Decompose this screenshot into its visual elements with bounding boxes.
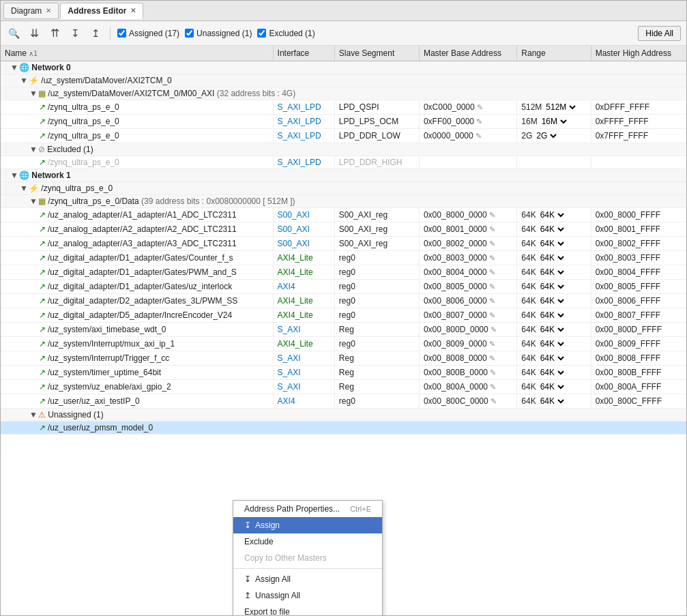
table-row[interactable]: ↗/uz_digital_adapter/D1_adapter/Gates/Co…	[1, 251, 686, 265]
edit-base-icon[interactable]: ✎	[489, 239, 495, 248]
context-menu-item-export-to-file[interactable]: Export to file	[233, 604, 382, 615]
table-row[interactable]: ↗/uz_digital_adapter/D1_adapter/Gates/uz…	[1, 280, 686, 294]
range-select[interactable]: 64K	[538, 238, 566, 249]
range-select[interactable]: 64K	[538, 209, 566, 220]
table-row[interactable]: ▼ ▦/uz_system/DataMover/AXI2TCM_0/M00_AX…	[1, 87, 686, 100]
range-select[interactable]: 64K	[538, 381, 566, 392]
range-select[interactable]: 64K	[538, 224, 566, 235]
assigned-checkbox[interactable]	[117, 29, 126, 38]
table-row[interactable]: ↗/uz_system/Interrupt/Trigger_f_ccS_AXIR…	[1, 351, 686, 366]
table-row[interactable]: ▼ 🌐Network 0	[1, 61, 686, 74]
edit-base-icon[interactable]: ✎	[491, 325, 497, 334]
range-select[interactable]: 64K	[538, 353, 566, 364]
table-row[interactable]: ↗/uz_analog_adapter/A3_adapter/A3_ADC_LT…	[1, 237, 686, 251]
range-select[interactable]: 64K	[538, 324, 566, 335]
table-row[interactable]: ▼ ⚡/uz_system/DataMover/AXI2TCM_0	[1, 74, 686, 87]
edit-base-icon[interactable]: ✎	[491, 397, 497, 405]
table-row[interactable]: ↗/uz_user/uz_axi_testIP_0AXI4reg00x00_80…	[1, 394, 686, 409]
range-value: 64K	[521, 339, 536, 349]
tab-diagram[interactable]: Diagram ✕	[3, 3, 59, 19]
expand-all-button[interactable]: ⇊	[27, 26, 42, 41]
range-select[interactable]: 2G	[533, 130, 559, 141]
range-select[interactable]: 512M	[543, 102, 578, 113]
segment-value: Reg	[339, 382, 354, 392]
edit-base-icon[interactable]: ✎	[489, 282, 495, 291]
context-menu-item-assign[interactable]: ↧Assign	[233, 517, 382, 533]
tab-diagram-close[interactable]: ✕	[46, 7, 51, 14]
range-select[interactable]: 64K	[538, 396, 566, 407]
range-select[interactable]: 64K	[538, 367, 566, 378]
assigned-filter[interactable]: Assigned (17)	[117, 29, 179, 38]
table-row[interactable]: ↗/uz_user/uz_pmsm_model_0	[1, 422, 686, 435]
context-menu-item-unassign-all[interactable]: ↥Unassign All	[233, 587, 382, 604]
table-row[interactable]: ↗/uz_system/axi_timebase_wdt_0S_AXIReg0x…	[1, 323, 686, 337]
range-select[interactable]: 64K	[538, 338, 566, 349]
range-select[interactable]: 16M	[539, 116, 569, 127]
table-row[interactable]: ↗/uz_digital_adapter/D1_adapter/Gates/PW…	[1, 265, 686, 280]
range-select[interactable]: 64K	[538, 310, 566, 321]
search-button[interactable]: 🔍	[6, 26, 21, 41]
tab-address-editor-close[interactable]: ✕	[130, 7, 136, 14]
base-address: 0x00_8002_0000	[424, 239, 487, 248]
excluded-filter[interactable]: Excluded (1)	[257, 29, 315, 38]
excluded-checkbox[interactable]	[257, 29, 266, 38]
hide-all-button[interactable]: Hide All	[638, 26, 681, 41]
table-row[interactable]: ↗/uz_digital_adapter/D2_adapter/Gates_3L…	[1, 294, 686, 308]
context-menu-item-exclude[interactable]: Exclude	[233, 533, 382, 550]
edit-base-icon[interactable]: ✎	[489, 225, 495, 233]
table-row[interactable]: ↗/uz_system/uz_enable/axi_gpio_2S_AXIReg…	[1, 380, 686, 394]
toggle-icon[interactable]: ▼	[29, 410, 36, 420]
unassign-all-button[interactable]: ↥	[88, 26, 103, 41]
table-row[interactable]: ↗/zynq_ultra_ps_e_0S_AXI_LPDLPD_DDR_HIGH	[1, 156, 686, 169]
toggle-icon[interactable]: ▼	[10, 63, 17, 72]
edit-base-icon[interactable]: ✎	[489, 211, 495, 219]
toggle-icon[interactable]: ▼	[29, 145, 36, 154]
edit-base-icon[interactable]: ✎	[490, 368, 496, 377]
table-row[interactable]: ↗/zynq_ultra_ps_e_0S_AXI_LPDLPD_DDR_LOW0…	[1, 129, 686, 143]
edit-base-icon[interactable]: ✎	[489, 340, 495, 348]
table-row[interactable]: ↗/uz_system/timer_uptime_64bitS_AXIReg0x…	[1, 366, 686, 380]
segment-value: S00_AXI_reg	[339, 210, 388, 220]
slave-icon: ↗	[39, 296, 46, 306]
table-row[interactable]: ↗/uz_analog_adapter/A2_adapter/A2_ADC_LT…	[1, 222, 686, 237]
unassigned-checkbox[interactable]	[185, 29, 194, 38]
unassigned-filter[interactable]: Unassigned (1)	[185, 29, 252, 38]
context-menu-item-address-path-properties[interactable]: Address Path Properties...Ctrl+E	[233, 501, 382, 517]
toggle-icon[interactable]: ▼	[20, 76, 27, 85]
table-row[interactable]: ↗/zynq_ultra_ps_e_0S_AXI_LPDLPD_LPS_OCM0…	[1, 115, 686, 129]
table-row[interactable]: ↗/uz_system/Interrupt/mux_axi_ip_1AXI4_L…	[1, 337, 686, 351]
table-row[interactable]: ↗/uz_analog_adapter/A1_adapter/A1_ADC_LT…	[1, 208, 686, 222]
slave-icon: ↗	[39, 253, 46, 263]
range-value: 64K	[521, 267, 536, 277]
range-select[interactable]: 64K	[538, 252, 566, 263]
table-row[interactable]: ▼ ⚡/zynq_ultra_ps_e_0	[1, 182, 686, 195]
edit-base-icon[interactable]: ✎	[489, 297, 495, 305]
range-select[interactable]: 64K	[538, 281, 566, 292]
table-row[interactable]: ▼ ⊘Excluded (1)	[1, 143, 686, 156]
toggle-icon[interactable]: ▼	[20, 184, 27, 193]
table-row[interactable]: ▼ 🌐Network 1	[1, 169, 686, 182]
edit-base-icon[interactable]: ✎	[489, 354, 495, 362]
collapse-all-button[interactable]: ⇈	[47, 26, 62, 41]
edit-base-icon[interactable]: ✎	[476, 132, 482, 140]
context-menu-item-assign-all[interactable]: ↧Assign All	[233, 571, 382, 587]
table-row[interactable]: ▼ ⚠Unassigned (1)	[1, 409, 686, 422]
edit-base-icon[interactable]: ✎	[490, 383, 496, 391]
edit-base-icon[interactable]: ✎	[489, 311, 495, 319]
range-select[interactable]: 64K	[538, 267, 566, 278]
toggle-icon[interactable]: ▼	[29, 89, 36, 98]
context-menu-separator	[233, 568, 382, 569]
edit-base-icon[interactable]: ✎	[489, 268, 495, 276]
edit-base-icon[interactable]: ✎	[489, 254, 495, 262]
table-row[interactable]: ↗/uz_digital_adapter/D5_adapter/IncreEnc…	[1, 308, 686, 323]
toggle-icon[interactable]: ▼	[29, 196, 36, 206]
edit-base-icon[interactable]: ✎	[477, 103, 483, 111]
range-select[interactable]: 64K	[538, 295, 566, 306]
toggle-icon[interactable]: ▼	[10, 171, 17, 180]
interface-value: S00_AXI	[278, 210, 310, 220]
edit-base-icon[interactable]: ✎	[476, 117, 482, 126]
tab-address-editor[interactable]: Address Editor ✕	[60, 3, 143, 19]
assign-all-button[interactable]: ↧	[68, 26, 83, 41]
table-row[interactable]: ▼ ▦/zynq_ultra_ps_e_0/Data (39 address b…	[1, 195, 686, 208]
table-row[interactable]: ↗/zynq_ultra_ps_e_0S_AXI_LPDLPD_QSPI0xC0…	[1, 100, 686, 115]
